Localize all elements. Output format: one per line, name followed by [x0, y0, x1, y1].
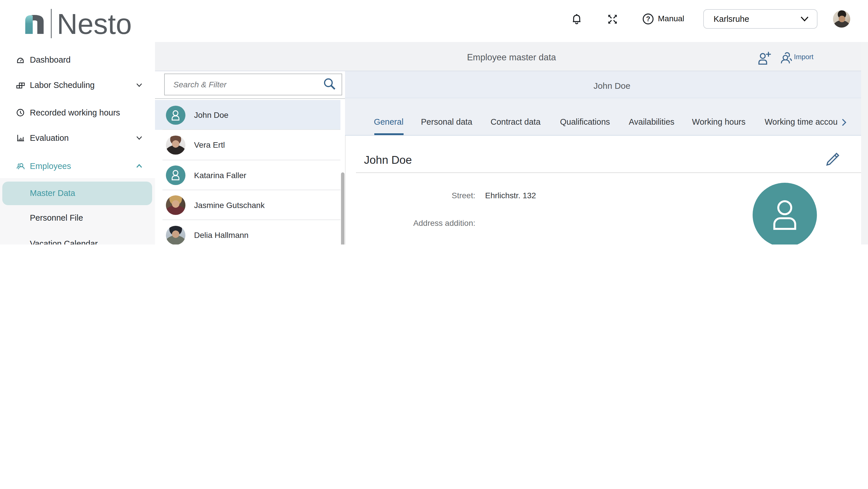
svg-text:Nesto: Nesto — [57, 8, 132, 40]
svg-text:?: ? — [646, 15, 650, 23]
